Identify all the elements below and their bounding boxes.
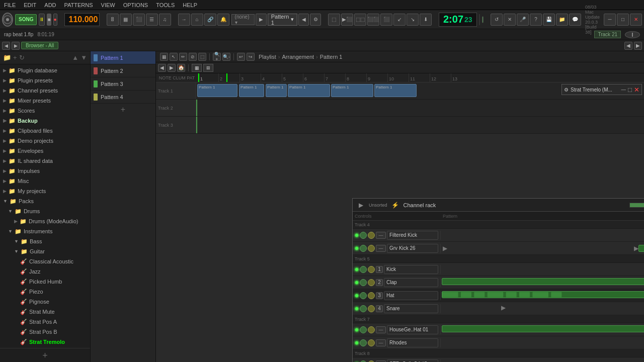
sidebar-item-classical-acoustic[interactable]: 🎸 Classical Acoustic <box>0 256 90 266</box>
arr-grid-btn[interactable]: ⊞ <box>203 64 213 72</box>
bpm-display[interactable]: 110.000 <box>64 13 100 26</box>
ch-btn-green-2[interactable] <box>360 245 367 252</box>
stop-button[interactable]: ■ <box>47 14 51 26</box>
ch-btn-housege-1[interactable] <box>360 326 367 333</box>
route-btn-3[interactable]: 🔗 <box>204 14 216 26</box>
arr-home-btn[interactable]: 🏠 <box>177 64 185 72</box>
redo-btn[interactable]: ↪ <box>247 53 255 61</box>
sidebar-item-guitar[interactable]: ▼ 📁 Guitar <box>0 246 90 256</box>
breadcrumb-playlist[interactable]: Playlist <box>259 54 276 60</box>
arr-next-btn[interactable]: ▶ <box>168 64 176 72</box>
func-btn-3[interactable]: ⬚⬚ <box>354 14 366 26</box>
arr-pattern-1d[interactable]: Pattern 1 <box>288 84 330 97</box>
sidebar-item-clipboard[interactable]: ▶ 📁 Clipboard files <box>0 126 90 136</box>
ch-btn-rhodes-2[interactable] <box>368 339 375 346</box>
ch-pattern-clap[interactable] <box>441 276 644 289</box>
ch-btn-sq-2[interactable]: — <box>376 245 386 252</box>
arr-pattern-1e[interactable]: Pattern 1 <box>331 84 373 97</box>
arr-pattern-1c[interactable]: Pattern 1 <box>266 84 287 97</box>
refresh-icon[interactable]: ↻ <box>19 54 25 61</box>
ch-name-housege[interactable]: HouseGe..Hat 01 <box>387 325 438 334</box>
menu-add[interactable]: ADD <box>43 2 57 8</box>
ch-btn-yellow-1[interactable] <box>368 232 375 239</box>
arrow-up-icon[interactable]: ▲ <box>72 54 78 61</box>
add-to-sidebar-button[interactable]: + <box>42 350 48 361</box>
ch-btn-yellow-2[interactable] <box>368 245 375 252</box>
back-btn[interactable]: ◀ <box>2 42 10 50</box>
arr-mode-btn[interactable]: ▦ <box>192 64 202 72</box>
sidebar-item-picked-humb[interactable]: 🎸 Picked Humb <box>0 277 90 287</box>
playlist-button[interactable]: ☰ <box>146 14 158 26</box>
new-folder-icon[interactable]: 📁 <box>3 54 11 61</box>
ch-btn-snare-2[interactable] <box>368 305 375 312</box>
ch-btn-kick-2[interactable] <box>368 266 375 273</box>
func-btn-8[interactable]: ⬇ <box>420 14 432 26</box>
ch-btn-rhodes-1[interactable] <box>360 339 367 346</box>
ch-name-kick[interactable]: Kick <box>384 265 438 274</box>
sidebar-item-drums-modeaudio[interactable]: ▶ 📁 Drums (ModeAudio) <box>0 216 90 226</box>
sidebar-item-jazz[interactable]: 🎸 Jazz <box>0 266 90 277</box>
func-btn-1[interactable]: ⬚ <box>328 14 340 26</box>
zoom-out-btn[interactable]: 🔍- <box>222 53 230 61</box>
ch-name-str-c4-3[interactable]: STR_Cell_C4 #3 <box>387 359 438 363</box>
pitch-wheel[interactable] <box>625 31 640 38</box>
ch-pattern-str-c4-3[interactable] <box>441 357 644 362</box>
sidebar-item-drums[interactable]: ▼ 📁 Drums <box>0 206 90 216</box>
arr-prev-btn[interactable]: ◀ <box>158 64 166 72</box>
ch-pattern-kick[interactable] <box>441 263 644 276</box>
ch-name-1[interactable]: Filtered Kick <box>387 231 438 240</box>
ch-btn-sq-1[interactable]: — <box>376 232 386 239</box>
record-button[interactable]: ● <box>53 14 57 26</box>
ch-btn-str-c4-3-2[interactable] <box>368 360 375 363</box>
route-btn-1[interactable]: → <box>178 14 190 26</box>
zoom-in-btn[interactable]: 🔍+ <box>213 53 221 61</box>
piano-roll-button[interactable]: ♫ <box>159 14 171 26</box>
sidebar-item-strat-tremolo[interactable]: 🎸 Strat Tremolo <box>0 337 90 347</box>
ch-pattern-rhodes[interactable] <box>441 336 644 349</box>
refresh-btn[interactable]: ↺ <box>491 14 503 26</box>
maximize-window[interactable]: □ <box>617 14 629 26</box>
ch-pattern-snare[interactable]: ▶ ▶ <box>441 302 644 315</box>
func-btn-4[interactable]: ⬛⬛ <box>367 14 379 26</box>
playlist-toggle[interactable]: ▦ <box>160 53 168 61</box>
sidebar-item-backup[interactable]: ▶ 📁 Backup <box>0 116 90 126</box>
menu-options[interactable]: OPTIONS <box>122 2 149 8</box>
sidebar-item-plugin-database[interactable]: ▶ 📁 Plugin database <box>0 65 90 75</box>
sidebar-item-strat-pos-b[interactable]: 🎸 Strat Pos B <box>0 327 90 337</box>
arr-pattern-1a[interactable]: Pattern 1 <box>197 84 237 97</box>
strat-close-btn[interactable]: ✕ <box>634 86 639 94</box>
route-btn-4[interactable]: 🔔 <box>217 14 229 26</box>
sidebar-item-scores[interactable]: ▶ 📁 Scores <box>0 106 90 116</box>
ch-number-clap[interactable]: 2 <box>376 279 383 286</box>
sidebar-item-pignose[interactable]: 🎸 Pignose <box>0 297 90 307</box>
menu-help[interactable]: HELP <box>182 2 198 8</box>
pattern-settings[interactable]: ⚙ <box>310 14 321 26</box>
track-content-3[interactable] <box>196 117 644 133</box>
none-dropdown[interactable]: (none) ▾ <box>231 14 255 25</box>
ch-btn-housege-2[interactable] <box>368 326 375 333</box>
ch-pattern-2[interactable]: ▶ ▶ <box>441 242 644 254</box>
fwd-btn[interactable]: ▶ <box>12 42 20 50</box>
ch-name-2[interactable]: Grv Kick 26 <box>387 244 438 253</box>
draw-tool[interactable]: ✏ <box>179 53 187 61</box>
msg-btn[interactable]: 💬 <box>569 14 581 26</box>
sidebar-item-instruments[interactable]: ▼ 📁 Instruments <box>0 226 90 236</box>
arrow-btn[interactable]: ▶ <box>256 14 267 26</box>
ch-btn-clap-1[interactable] <box>360 279 367 286</box>
ch-light-hat[interactable] <box>355 294 359 298</box>
master-volume[interactable] <box>482 16 484 23</box>
ch-btn-snare-1[interactable] <box>360 305 367 312</box>
strat-tremolo-indicator[interactable]: ⚙ Strat Tremelo (M... ─ □ ✕ <box>561 84 642 95</box>
folder-btn[interactable]: 📁 <box>556 14 568 26</box>
sidebar-item-channel-presets[interactable]: ▶ 📁 Channel presets <box>0 85 90 96</box>
erase-tool[interactable]: ⊘ <box>189 53 197 61</box>
ch-name-clap[interactable]: Clap <box>384 278 438 287</box>
sidebar-item-plugin-presets[interactable]: ▶ 📁 Plugin presets <box>0 75 90 85</box>
arrow-tool[interactable]: ↖ <box>170 53 178 61</box>
func-btn-2[interactable]: ▶⬛ <box>341 14 353 26</box>
cr-expand-btn[interactable]: ▶ <box>357 201 365 209</box>
strat-minimize-btn[interactable]: ─ <box>621 86 625 94</box>
ch-btn-hat-1[interactable] <box>360 292 367 299</box>
pattern-item-1[interactable]: Pattern 1 <box>91 51 155 64</box>
sidebar-item-il-shared[interactable]: ▶ 📁 IL shared data <box>0 156 90 166</box>
